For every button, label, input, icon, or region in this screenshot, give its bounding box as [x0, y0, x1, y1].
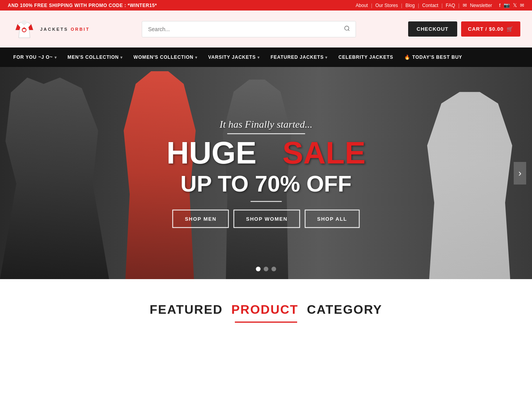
hero-title-white: HUGE	[166, 135, 256, 170]
cart-button[interactable]: CART / $0.00 🛒	[461, 21, 520, 37]
hero-discount: UP TO 70% OFF	[166, 170, 365, 196]
contact-link[interactable]: Contact	[422, 3, 438, 8]
search-input[interactable]	[142, 21, 356, 37]
logo-svg	[12, 16, 37, 42]
slider-dots	[256, 267, 276, 271]
nav-celebrity-label: CELEBRITY JACKETS	[338, 54, 393, 60]
nav-today-label: TODAY'S BEST BUY	[412, 54, 462, 60]
hero-divider2	[250, 201, 282, 202]
nav-varsity-label: VARSITY JACKETS	[208, 54, 256, 60]
nav-mens-label: MEN'S COLLECTION	[67, 54, 119, 60]
header: JACKETS ORBIT CHECKOUT CART / $0.00 🛒	[0, 11, 532, 47]
search-button[interactable]	[338, 21, 356, 37]
faq-link[interactable]: FAQ	[446, 3, 455, 8]
chevron-down-icon: ▾	[55, 55, 57, 60]
cart-icon: 🛒	[507, 26, 513, 32]
twitter-icon[interactable]: 𝕏	[513, 2, 517, 8]
nav-womens-collection[interactable]: WOMEN'S COLLECTION ▾	[128, 47, 203, 67]
nav-mens-collection[interactable]: MEN'S COLLECTION ▾	[62, 47, 128, 67]
hero-subtitle: It has Finally started...	[166, 118, 365, 130]
logo-image	[12, 16, 37, 42]
shop-all-button[interactable]: SHOP ALL	[305, 209, 359, 228]
main-nav: FOR YOU ~J O~ ▾ MEN'S COLLECTION ▾ WOMEN…	[0, 47, 532, 67]
search-bar	[142, 21, 356, 37]
chevron-down-icon: ▾	[120, 55, 123, 60]
search-icon	[344, 25, 350, 32]
shop-men-button[interactable]: SHOP MEN	[173, 209, 229, 228]
header-actions: CHECKOUT CART / $0.00 🛒	[408, 21, 520, 37]
logo-brand: JACKETS	[40, 27, 68, 32]
featured-section: FEATURED PRODUCT CATEGORY	[0, 279, 532, 334]
nav-for-you-label: FOR YOU ~J O~	[13, 54, 53, 60]
slider-dot-1[interactable]	[256, 267, 261, 271]
email-icon[interactable]: ✉	[520, 2, 524, 8]
slider-dot-2[interactable]	[264, 267, 268, 271]
hero-buttons: SHOP MEN SHOP WOMEN SHOP ALL	[166, 209, 365, 228]
hero-title: HUGE SALE	[166, 137, 365, 168]
cart-label: CART / $0.00	[468, 26, 504, 32]
logo-text-block: JACKETS ORBIT	[40, 27, 90, 32]
shop-women-button[interactable]: SHOP WOMEN	[234, 209, 300, 228]
slider-next-arrow[interactable]: ›	[514, 162, 526, 185]
nav-womens-label: WOMEN'S COLLECTION	[134, 54, 194, 60]
top-nav: About | Our Stores | Blog | Contact | FA…	[356, 2, 524, 8]
announcement-bar: AND 100% FREE SHIPPING WITH PROMO CODE :…	[0, 0, 532, 11]
nav-for-you[interactable]: FOR YOU ~J O~ ▾	[8, 47, 62, 67]
svg-point-2	[345, 26, 349, 30]
logo-area: JACKETS ORBIT	[12, 16, 90, 42]
newsletter-icon: ✉	[463, 2, 467, 8]
nav-featured-label: FEATURED JACKETS	[271, 54, 324, 60]
about-link[interactable]: About	[356, 3, 368, 8]
slider-dot-3[interactable]	[271, 267, 276, 271]
hero-title-red: SALE	[282, 135, 365, 170]
checkout-button[interactable]: CHECKOUT	[408, 21, 457, 37]
promo-text: AND 100% FREE SHIPPING WITH PROMO CODE :…	[8, 3, 157, 8]
instagram-icon[interactable]: 📷	[504, 2, 510, 8]
chevron-down-icon: ▾	[325, 55, 328, 60]
our-stores-link[interactable]: Our Stores	[375, 3, 398, 8]
logo-brand-accent: ORBIT	[70, 27, 90, 32]
newsletter-link[interactable]: Newsletter	[470, 3, 492, 8]
fire-icon: 🔥	[404, 54, 410, 60]
facebook-icon[interactable]: f	[499, 2, 500, 8]
nav-celebrity-jackets[interactable]: CELEBRITY JACKETS	[333, 47, 399, 67]
nav-featured-jackets[interactable]: FEATURED JACKETS ▾	[265, 47, 333, 67]
blog-link[interactable]: Blog	[405, 3, 415, 8]
chevron-down-icon: ▾	[195, 55, 197, 60]
hero-divider	[227, 133, 305, 134]
featured-title-accent: PRODUCT	[231, 302, 298, 316]
hero-slider: It has Finally started... HUGE SALE UP T…	[0, 67, 532, 279]
featured-title-black1: FEATURED	[150, 302, 223, 316]
nav-todays-best-buy[interactable]: 🔥 TODAY'S BEST BUY	[399, 47, 468, 67]
nav-varsity-jackets[interactable]: VARSITY JACKETS ▾	[203, 47, 265, 67]
chevron-down-icon: ▾	[257, 55, 260, 60]
featured-title-black2: CATEGORY	[307, 302, 382, 316]
social-icons: f 📷 𝕏 ✉	[499, 2, 524, 8]
hero-content: It has Finally started... HUGE SALE UP T…	[166, 118, 365, 228]
section-underline	[235, 322, 297, 323]
featured-title: FEATURED PRODUCT CATEGORY	[12, 302, 520, 317]
